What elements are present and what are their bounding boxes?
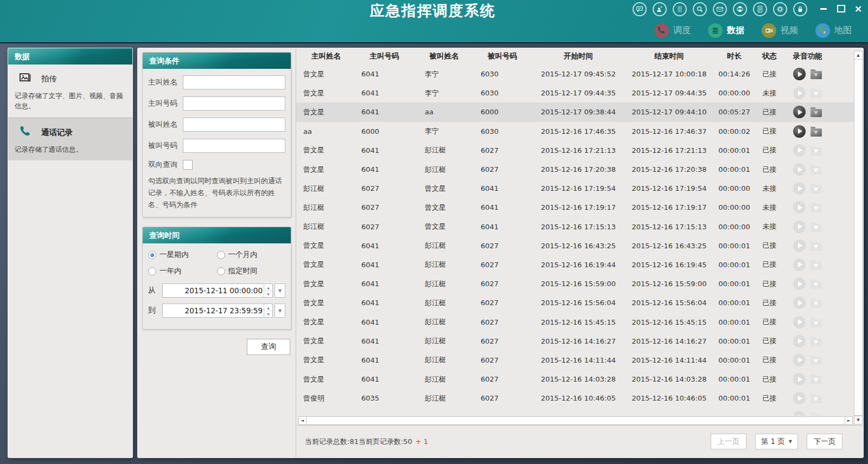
table-row[interactable]: 彭江梃6027曾文星60412015-12-16 17:19:172015-12…	[296, 198, 854, 217]
play-recording-icon[interactable]	[793, 392, 806, 404]
table-row[interactable]: 彭江梃6027曾文星60412015-12-16 17:15:132015-12…	[296, 217, 854, 236]
spin-up-icon[interactable]: ▲	[264, 304, 272, 311]
date-from-input[interactable]	[163, 284, 264, 297]
maximize-icon[interactable]	[837, 4, 845, 13]
dialpad-icon[interactable]	[673, 2, 687, 16]
tab-调度[interactable]: 调度	[654, 23, 691, 38]
radio-一星期内[interactable]: 一星期内	[148, 250, 217, 260]
download-recording-icon[interactable]	[810, 395, 822, 403]
play-recording-icon[interactable]	[793, 182, 806, 195]
play-recording-icon[interactable]	[793, 297, 806, 309]
scroll-down-icon[interactable]: ▼	[854, 416, 863, 424]
table-row[interactable]: 曾文星6041彭江梃60272015-12-16 16:19:442015-12…	[296, 255, 854, 274]
table-row[interactable]: 曾文星6041李宁60302015-12-17 09:44:352015-12-…	[296, 83, 854, 102]
minimize-icon[interactable]	[819, 4, 828, 13]
scroll-left-icon[interactable]: ◄	[298, 416, 307, 425]
sidebar-item-通话记录[interactable]: 通话记录记录存储了通话信息。	[8, 118, 132, 160]
table-row[interactable]: 曾文星6041aa60002015-12-17 09:38:442015-12-…	[296, 102, 854, 121]
search-button[interactable]: 查询	[247, 339, 290, 355]
scroll-up-icon[interactable]: ▲	[854, 51, 863, 60]
bidirectional-checkbox[interactable]	[183, 160, 193, 170]
radio-一年内[interactable]: 一年内	[148, 266, 217, 276]
print-icon[interactable]	[733, 2, 747, 16]
mail-icon[interactable]	[713, 2, 727, 16]
close-icon[interactable]: ×	[854, 4, 863, 13]
horizontal-scroll-track[interactable]	[307, 416, 845, 425]
play-recording-icon[interactable]	[793, 240, 806, 252]
download-recording-icon[interactable]	[810, 281, 822, 289]
table-row[interactable]: aa6000李宁60302015-12-16 17:46:352015-12-1…	[296, 122, 854, 141]
sidebar-item-拍传[interactable]: 拍传记录存储了文字、图片、视频、音频信息。	[8, 65, 132, 118]
download-recording-icon[interactable]	[810, 243, 822, 251]
date-to-dropdown-button[interactable]: ▼	[275, 304, 285, 318]
horizontal-scrollbar[interactable]: ◄ ►	[296, 416, 854, 425]
table-row[interactable]: 曾文星6041李宁60302015-12-17 09:45:522015-12-…	[296, 65, 854, 83]
table-row[interactable]: 曾文星6041彭江梃60272015-12-16 17:21:132015-12…	[296, 141, 854, 160]
play-recording-icon[interactable]	[793, 144, 806, 157]
radio-指定时间[interactable]: 指定时间	[217, 266, 286, 276]
download-recording-icon[interactable]	[810, 357, 822, 365]
chat-icon[interactable]	[633, 2, 647, 16]
download-recording-icon[interactable]	[810, 204, 822, 212]
tab-视频[interactable]: 视频	[762, 23, 798, 38]
tab-数据[interactable]: 数据	[708, 23, 744, 38]
vertical-scroll-track[interactable]	[854, 60, 863, 416]
download-recording-icon[interactable]	[810, 338, 822, 346]
query-input-主叫号码[interactable]	[183, 96, 285, 111]
table-row[interactable]: 曾文星6041彭江梃60272015-12-16 14:03:282015-12…	[296, 370, 854, 389]
table-row[interactable]: 曾文星6041彭江梃60272015-12-16 15:45:152015-12…	[296, 312, 854, 331]
table-row[interactable]: 曾文星6041彭江梃60272015-12-16 16:43:252015-12…	[296, 236, 854, 255]
play-recording-icon[interactable]	[793, 259, 806, 271]
next-page-button[interactable]: 下一页	[807, 434, 843, 449]
play-recording-icon[interactable]	[793, 106, 806, 118]
query-input-被叫号码[interactable]	[183, 139, 285, 153]
play-recording-icon[interactable]	[793, 278, 806, 290]
settings-icon[interactable]	[773, 2, 787, 16]
search-icon[interactable]	[693, 2, 707, 16]
intercom-icon[interactable]	[653, 2, 667, 16]
vertical-scrollbar[interactable]: ▲	[854, 48, 863, 416]
download-recording-icon[interactable]	[810, 147, 822, 156]
scroll-right-icon[interactable]: ►	[845, 416, 853, 425]
lock-icon[interactable]	[793, 2, 807, 16]
table-row[interactable]: 曾文星6041彭江梃60272015-12-16 14:11:442015-12…	[296, 351, 854, 370]
page-select-button[interactable]: 第 1 页▼	[755, 434, 798, 449]
play-recording-icon[interactable]	[793, 335, 806, 347]
play-recording-icon[interactable]	[793, 68, 806, 80]
download-recording-icon[interactable]	[810, 166, 822, 175]
query-input-主叫姓名[interactable]	[183, 75, 285, 89]
spin-up-icon[interactable]: ▲	[264, 284, 272, 291]
download-recording-icon[interactable]	[810, 128, 822, 137]
play-recording-icon[interactable]	[793, 354, 806, 366]
play-recording-icon[interactable]	[793, 125, 806, 138]
document-icon[interactable]	[753, 2, 767, 16]
play-recording-icon[interactable]	[793, 201, 806, 214]
download-recording-icon[interactable]	[810, 224, 822, 232]
table-row[interactable]: 曾文星6041彭江梃60272015-12-16 15:56:042015-12…	[296, 293, 854, 312]
table-row[interactable]: 彭江梃6027曾文星60412015-12-16 17:19:542015-12…	[296, 179, 854, 198]
prev-page-button[interactable]: 上一页	[711, 434, 746, 449]
spin-down-icon[interactable]: ▼	[264, 311, 272, 318]
date-from-dropdown-button[interactable]: ▼	[275, 283, 285, 298]
table-row[interactable]: 曾文星6041彭江梃60272015-12-16 17:20:382015-12…	[296, 160, 854, 179]
download-recording-icon[interactable]	[810, 262, 822, 270]
date-to-input[interactable]	[163, 304, 264, 317]
play-recording-icon[interactable]	[793, 87, 806, 99]
radio-一个月内[interactable]: 一个月内	[217, 250, 286, 260]
query-input-被叫姓名[interactable]	[183, 118, 285, 132]
spin-down-icon[interactable]: ▼	[264, 291, 272, 298]
play-recording-icon[interactable]	[793, 221, 806, 233]
play-recording-icon[interactable]	[793, 163, 806, 176]
download-recording-icon[interactable]	[810, 90, 822, 98]
play-recording-icon[interactable]	[793, 411, 806, 416]
tab-地图[interactable]: 地图	[815, 23, 852, 38]
table-row[interactable]	[296, 408, 854, 416]
play-recording-icon[interactable]	[793, 373, 806, 385]
download-recording-icon[interactable]	[810, 319, 822, 327]
download-recording-icon[interactable]	[810, 376, 822, 384]
table-row[interactable]: 曾文星6041彭江梃60272015-12-16 15:59:002015-12…	[296, 274, 854, 293]
play-recording-icon[interactable]	[793, 316, 806, 328]
download-recording-icon[interactable]	[810, 109, 822, 117]
download-recording-icon[interactable]	[810, 300, 822, 308]
table-row[interactable]: 曾俊明6035彭江梃60272015-12-16 10:46:052015-12…	[296, 389, 854, 408]
